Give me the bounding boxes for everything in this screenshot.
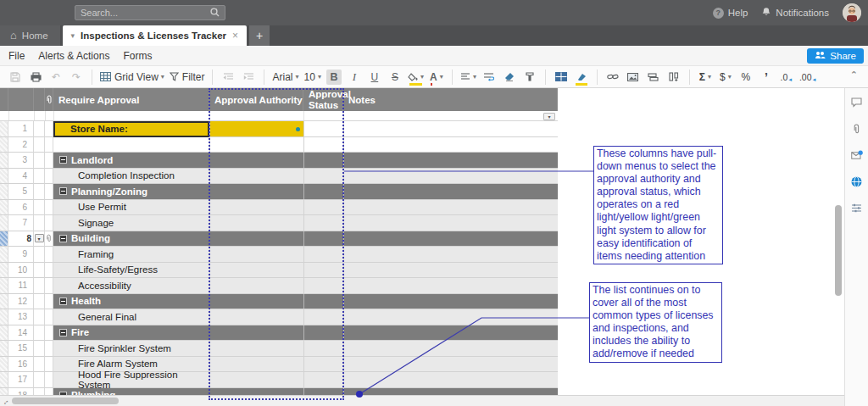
cell-approval-status[interactable] (303, 137, 343, 153)
row-number[interactable]: 11 (8, 278, 34, 294)
cell-notes[interactable] (343, 215, 558, 231)
row-attachment-cell[interactable] (45, 200, 53, 216)
section-row-building[interactable]: Building (53, 231, 558, 247)
row-attachment-cell[interactable] (45, 294, 53, 310)
row-drag-handle[interactable] (0, 184, 8, 200)
row-drag-handle[interactable] (0, 200, 8, 216)
cell-approval-authority[interactable] (209, 121, 303, 137)
row-number[interactable]: 18 (8, 388, 34, 396)
row-menu-cell[interactable] (34, 169, 45, 185)
indent-left-button[interactable] (220, 70, 236, 85)
collapse-icon[interactable] (59, 298, 67, 305)
row-drag-handle[interactable] (0, 309, 8, 325)
row-number[interactable]: 2 (8, 137, 34, 153)
row-number[interactable]: 15 (8, 341, 34, 357)
row-attachment-cell[interactable] (45, 169, 53, 185)
row-menu-cell[interactable] (34, 357, 45, 373)
cell-approval-authority[interactable] (209, 247, 303, 263)
section-row-fire[interactable]: Fire (53, 325, 558, 342)
row-attachment-cell[interactable] (45, 278, 53, 294)
row-attachment-cell[interactable] (45, 231, 53, 247)
cell-approval-authority[interactable] (209, 278, 303, 294)
row-number[interactable]: 3 (8, 153, 34, 169)
row-attachment-cell[interactable] (45, 325, 53, 342)
row-number[interactable]: 5 (8, 184, 34, 200)
cell-approval-status[interactable] (303, 309, 343, 325)
image-button[interactable] (626, 70, 641, 85)
row-number[interactable]: 9 (8, 247, 34, 263)
cell-require-approval[interactable]: Signage (53, 215, 209, 231)
row-drag-handle[interactable] (0, 357, 8, 373)
row-number[interactable]: 16 (8, 357, 34, 373)
collapse-toolbar-button[interactable]: ⌃ (850, 70, 858, 81)
share-button[interactable]: Share (807, 48, 864, 64)
section-row-landlord[interactable]: Landlord (53, 153, 558, 169)
column-header-notes[interactable]: Notes (343, 88, 558, 111)
menu-alerts-actions[interactable]: Alerts & Actions (38, 50, 109, 62)
row-number[interactable]: 8 (8, 231, 34, 247)
cell-approval-status[interactable] (303, 169, 343, 185)
row-drag-handle[interactable] (0, 325, 8, 342)
merge-cells-button[interactable] (554, 70, 569, 85)
expand-sheet-icon[interactable]: ↔ (0, 396, 12, 406)
row-drag-handle[interactable] (0, 215, 8, 231)
wrap-text-button[interactable] (481, 70, 497, 85)
row-number[interactable]: 13 (8, 309, 34, 325)
row-number[interactable]: 14 (8, 325, 34, 342)
cell-approval-status[interactable] (303, 357, 343, 373)
increase-decimal-button[interactable]: .00◄ (799, 70, 817, 85)
row-drag-handle[interactable] (0, 294, 8, 310)
row-drag-handle[interactable] (0, 247, 8, 263)
cell-approval-status[interactable] (303, 278, 343, 294)
row-attachment-cell[interactable] (45, 341, 53, 357)
row-attachment-cell[interactable] (45, 153, 53, 169)
column-header-approval-status[interactable]: Approval Status (303, 88, 343, 111)
cell-require-approval[interactable]: Completion Inspection (53, 169, 209, 185)
cell-approval-status[interactable] (303, 247, 343, 263)
cell-approval-status[interactable] (303, 121, 343, 137)
row-menu-cell[interactable] (34, 200, 45, 216)
row-drag-handle[interactable] (0, 341, 8, 357)
cell-notes[interactable] (343, 121, 558, 137)
cell-notes[interactable] (343, 278, 558, 294)
row-attachment-cell[interactable] (45, 372, 53, 388)
cell-approval-status[interactable] (303, 215, 343, 231)
italic-button[interactable]: I (347, 70, 362, 85)
row-attachment-cell[interactable] (45, 357, 53, 373)
row-menu-cell[interactable] (34, 263, 45, 279)
view-selector[interactable]: Grid View ▾ (100, 70, 164, 85)
collapse-icon[interactable] (59, 235, 67, 242)
menu-file[interactable]: File (8, 50, 25, 62)
row-menu-cell[interactable]: ▾ (34, 231, 45, 247)
row-menu-cell[interactable] (34, 372, 45, 388)
cell-require-approval[interactable]: General Final (53, 309, 209, 325)
row-number[interactable]: 4 (8, 169, 34, 185)
row-menu-cell[interactable] (34, 341, 45, 357)
avatar[interactable] (843, 3, 861, 22)
font-family-selector[interactable]: Arial▾ (272, 70, 298, 85)
row-attachment-cell[interactable] (45, 247, 53, 263)
cell-require-approval[interactable]: Hood Fire Suppression System (53, 372, 209, 388)
percent-button[interactable]: % (738, 70, 754, 85)
row-menu-cell[interactable] (34, 388, 45, 396)
row-attachment-cell[interactable] (45, 263, 53, 279)
row-menu-cell[interactable] (34, 278, 45, 294)
row-attachment-cell[interactable] (45, 215, 53, 231)
cell-notes[interactable] (343, 200, 558, 216)
insert-column-button[interactable] (666, 70, 682, 85)
print-button[interactable] (28, 70, 43, 85)
cell-approval-status[interactable] (303, 200, 343, 216)
font-color-button[interactable]: A ▾ (429, 70, 444, 85)
highlighter-button[interactable] (574, 70, 589, 85)
row-drag-handle[interactable] (0, 231, 8, 247)
tab-menu-caret-icon[interactable]: ▾ (71, 31, 75, 40)
row-attachment-cell[interactable] (45, 388, 53, 396)
cell-approval-status[interactable] (303, 341, 343, 357)
row-menu-cell[interactable] (34, 137, 45, 153)
row-menu-cell[interactable] (34, 184, 45, 200)
row-menu-cell[interactable] (34, 247, 45, 263)
cell-notes[interactable] (343, 341, 558, 357)
cell-notes[interactable] (343, 247, 558, 263)
horizontal-scrollbar[interactable] (12, 398, 119, 404)
cell-require-approval[interactable]: Accessibility (53, 278, 209, 294)
